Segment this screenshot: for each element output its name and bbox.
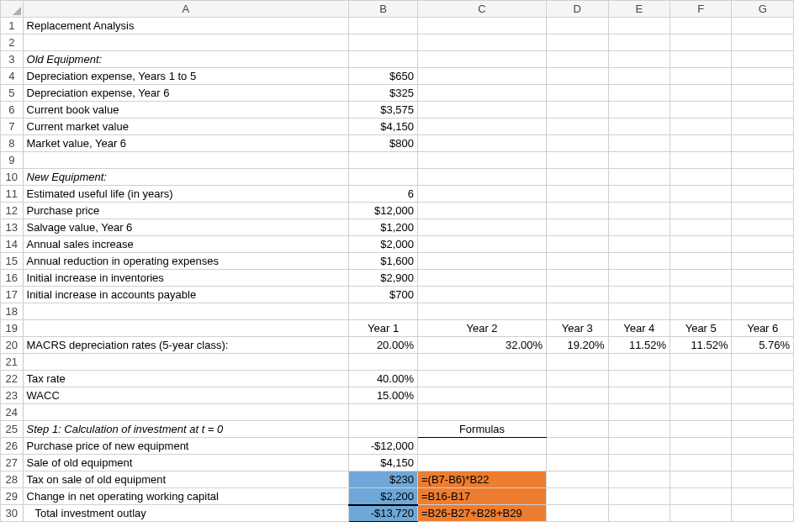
cell-E22[interactable] [608,371,670,387]
cell-F13[interactable] [670,219,732,236]
cell-D23[interactable] [547,387,608,404]
cell-B6[interactable]: $3,575 [349,102,418,119]
cell-B13[interactable]: $1,200 [349,219,418,236]
cell-F24[interactable] [670,404,732,421]
cell-A1[interactable]: Replacement Analysis [23,18,349,34]
cell-B5[interactable]: $325 [349,85,418,102]
cell-C29[interactable]: =B16-B17 [417,488,546,505]
cell-A28[interactable]: Tax on sale of old equipment [23,471,349,488]
cell-D13[interactable] [547,219,608,236]
cell-D27[interactable] [547,455,608,471]
col-header-A[interactable]: A [23,1,349,18]
cell-F1[interactable] [670,18,732,34]
col-header-F[interactable]: F [670,1,732,18]
cell-G4[interactable] [732,68,794,85]
cell-E12[interactable] [608,203,670,219]
row-header[interactable]: 14 [1,236,24,253]
cell-G27[interactable] [732,455,794,471]
cell-F28[interactable] [670,471,732,488]
cell-A25[interactable]: Step 1: Calculation of investment at t =… [23,421,349,438]
cell-G19[interactable]: Year 6 [732,320,794,337]
cell-A16[interactable]: Initial increase in inventories [23,270,349,287]
row-header[interactable]: 1 [1,18,24,34]
row-header[interactable]: 3 [1,51,24,68]
cell-F10[interactable] [670,169,732,186]
cell-B2[interactable] [349,34,418,51]
cell-F15[interactable] [670,253,732,270]
cell-G20[interactable]: 5.76% [732,337,794,354]
row-header[interactable]: 30 [1,505,24,522]
row-header[interactable]: 2 [1,34,24,51]
cell-B21[interactable] [349,354,418,371]
row-header[interactable]: 24 [1,404,24,421]
col-header-C[interactable]: C [417,1,546,18]
cell-E9[interactable] [608,152,670,169]
cell-E17[interactable] [608,287,670,303]
cell-D28[interactable] [547,471,608,488]
cell-C30[interactable]: =B26-B27+B28+B29 [417,505,546,522]
cell-D25[interactable] [547,421,608,438]
cell-E15[interactable] [608,253,670,270]
cell-C23[interactable] [417,387,546,404]
cell-B1[interactable] [349,18,418,34]
cell-D10[interactable] [547,169,608,186]
cell-E30[interactable] [608,505,670,522]
row-header[interactable]: 29 [1,488,24,505]
cell-G18[interactable] [732,303,794,320]
row-header[interactable]: 9 [1,152,24,169]
cell-B10[interactable] [349,169,418,186]
row-header[interactable]: 5 [1,85,24,102]
cell-B20[interactable]: 20.00% [349,337,418,354]
cell-D29[interactable] [547,488,608,505]
cell-F8[interactable] [670,135,732,152]
cell-A2[interactable] [23,34,349,51]
row-header[interactable]: 20 [1,337,24,354]
cell-A12[interactable]: Purchase price [23,203,349,219]
cell-E24[interactable] [608,404,670,421]
cell-C13[interactable] [417,219,546,236]
cell-E2[interactable] [608,34,670,51]
cell-C7[interactable] [417,119,546,135]
cell-G30[interactable] [732,505,794,522]
row-header[interactable]: 17 [1,287,24,303]
cell-G24[interactable] [732,404,794,421]
cell-D21[interactable] [547,354,608,371]
cell-G8[interactable] [732,135,794,152]
cell-A11[interactable]: Estimated useful life (in years) [23,186,349,203]
cell-C17[interactable] [417,287,546,303]
cell-G6[interactable] [732,102,794,119]
cell-E27[interactable] [608,455,670,471]
cell-C12[interactable] [417,203,546,219]
cell-F4[interactable] [670,68,732,85]
row-header[interactable]: 22 [1,371,24,387]
cell-E6[interactable] [608,102,670,119]
cell-C14[interactable] [417,236,546,253]
cell-A27[interactable]: Sale of old equipment [23,455,349,471]
cell-A9[interactable] [23,152,349,169]
cell-C25[interactable]: Formulas [417,421,546,438]
cell-G28[interactable] [732,471,794,488]
row-header[interactable]: 25 [1,421,24,438]
cell-C18[interactable] [417,303,546,320]
cell-F30[interactable] [670,505,732,522]
cell-E7[interactable] [608,119,670,135]
cell-A7[interactable]: Current market value [23,119,349,135]
cell-D30[interactable] [547,505,608,522]
row-header[interactable]: 23 [1,387,24,404]
cell-A14[interactable]: Annual sales increase [23,236,349,253]
cell-F29[interactable] [670,488,732,505]
cell-C22[interactable] [417,371,546,387]
cell-C27[interactable] [417,455,546,471]
cell-G21[interactable] [732,354,794,371]
cell-F18[interactable] [670,303,732,320]
cell-D19[interactable]: Year 3 [547,320,608,337]
cell-G10[interactable] [732,169,794,186]
row-header[interactable]: 8 [1,135,24,152]
cell-F9[interactable] [670,152,732,169]
cell-E19[interactable]: Year 4 [608,320,670,337]
cell-D5[interactable] [547,85,608,102]
cell-B29[interactable]: $2,200 [349,488,418,505]
row-header[interactable]: 7 [1,119,24,135]
cell-A18[interactable] [23,303,349,320]
cell-C4[interactable] [417,68,546,85]
